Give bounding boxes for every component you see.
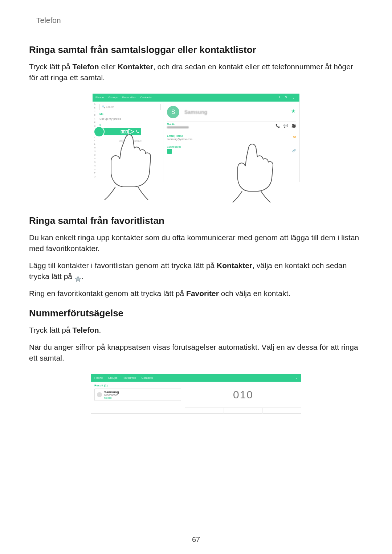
paragraph-s3p2: När du anger siffror på knappsatsen visa…: [29, 342, 363, 364]
text-frag: eller: [99, 62, 118, 71]
displaying-count: Displaying 1 contact: [99, 140, 161, 142]
text-frag: Lägg till kontakter i favoritlistan geno…: [29, 261, 217, 270]
edit-icon[interactable]: ✎: [285, 95, 289, 99]
paragraph-s2p1: Du kan enkelt ringa upp kontakter som du…: [29, 232, 363, 254]
prediction-tag: Mobile: [104, 397, 119, 399]
tab-groups[interactable]: Groups: [108, 96, 118, 99]
paragraph-s3p1: Tryck lätt på Telefon.: [29, 325, 363, 336]
video-call-icon[interactable]: 🎥: [291, 124, 296, 128]
call-icon[interactable]: 📞: [275, 124, 280, 128]
text-frag: Tryck lätt på: [29, 62, 72, 71]
email-icon[interactable]: ✉: [293, 135, 296, 139]
keypad-row: [185, 407, 301, 414]
illustration-dialer-prediction: Phone Groups Favourites Contacts ⋮ Resul…: [91, 374, 301, 414]
dialed-number: 010: [185, 382, 301, 407]
text-frag: .: [82, 272, 84, 280]
star-icon: [74, 275, 82, 282]
bold-kontakter: Kontakter: [118, 62, 153, 71]
bold-telefon: Telefon: [72, 326, 99, 334]
more-icon[interactable]: ⋮: [291, 95, 297, 99]
tab-contacts[interactable]: Contacts: [141, 376, 153, 379]
connection-avatar: [167, 149, 172, 154]
detail-avatar: S: [167, 106, 179, 118]
heading-number-prediction: Nummerförutsägelse: [29, 308, 363, 319]
text-frag: .: [99, 326, 101, 334]
search-input[interactable]: 🔍 Search: [99, 104, 161, 110]
tab-phone[interactable]: Phone: [95, 96, 104, 99]
svg-rect-0: [121, 130, 122, 133]
figure-swipe-to-call: Phone Groups Favourites Contacts + ✎ ⋮ A…: [29, 94, 363, 201]
tab-phone[interactable]: Phone: [94, 376, 103, 379]
connections-label: Connections: [167, 145, 296, 148]
tab-favourites[interactable]: Favourites: [122, 96, 136, 99]
tab-groups[interactable]: Groups: [108, 376, 117, 379]
prediction-avatar: [97, 392, 102, 397]
page-number: 67: [0, 535, 392, 544]
contact-row-swipe[interactable]: [99, 128, 161, 135]
heading-call-from-logs: Ringa samtal från samtalsloggar eller ko…: [29, 44, 363, 56]
heading-call-from-favourites: Ringa samtal från favoritlistan: [29, 215, 363, 226]
setup-profile-link[interactable]: Set up my profile: [99, 117, 161, 120]
phone-number-blurred: [167, 126, 189, 128]
prediction-name: Samsung: [104, 390, 119, 394]
email-label: Email | Home: [167, 135, 296, 137]
text-frag: Ring en favoritkontakt genom att trycka …: [29, 289, 186, 297]
svg-marker-3: [128, 129, 134, 135]
add-icon[interactable]: +: [279, 95, 282, 99]
email-value: samsung@yahoo.com: [167, 138, 296, 140]
prediction-number: 0100000000: [104, 394, 119, 397]
search-placeholder: Search: [106, 106, 114, 108]
prediction-card[interactable]: Samsung 0100000000 Mobile: [94, 389, 181, 401]
app-top-bar: Phone Groups Favourites Contacts ⋮: [91, 374, 301, 382]
more-icon[interactable]: ⋮: [295, 375, 298, 379]
result-header: Result (1): [94, 384, 181, 387]
text-frag: och välja en kontakt.: [219, 289, 290, 297]
link-icon[interactable]: 🔗: [292, 149, 296, 152]
breadcrumb: Telefon: [36, 16, 363, 25]
section-letter: S: [99, 123, 161, 127]
svg-marker-4: [75, 276, 81, 282]
detail-name: Samsung: [184, 109, 207, 115]
illustration-contacts-swipe: Phone Groups Favourites Contacts + ✎ ⋮ A…: [93, 94, 299, 201]
sms-icon[interactable]: 💬: [283, 124, 288, 128]
bold-telefon: Telefon: [72, 62, 99, 71]
paragraph-s1p1: Tryck lätt på Telefon eller Kontakter, o…: [29, 61, 363, 83]
paragraph-s2p3: Ring en favoritkontakt genom att trycka …: [29, 288, 363, 299]
svg-rect-2: [126, 130, 127, 133]
contact-avatar: [94, 127, 104, 136]
tab-contacts[interactable]: Contacts: [140, 96, 152, 99]
favourite-star-icon[interactable]: ★: [291, 108, 296, 114]
alpha-index[interactable]: ABCDEFGHIJKLMNOPQRSTU: [93, 102, 97, 182]
bold-favoriter: Favoriter: [186, 289, 219, 297]
app-top-bar: Phone Groups Favourites Contacts + ✎ ⋮: [93, 94, 299, 102]
swipe-right-arrow-icon: [121, 128, 136, 136]
paragraph-s2p2: Lägg till kontakter i favoritlistan geno…: [29, 260, 363, 282]
bold-kontakter: Kontakter: [217, 261, 252, 270]
figure-number-prediction: Phone Groups Favourites Contacts ⋮ Resul…: [29, 374, 363, 414]
svg-rect-1: [123, 130, 125, 133]
tab-favourites[interactable]: Favourites: [123, 376, 136, 379]
text-frag: Tryck lätt på: [29, 326, 72, 334]
me-label: Me: [99, 112, 161, 116]
